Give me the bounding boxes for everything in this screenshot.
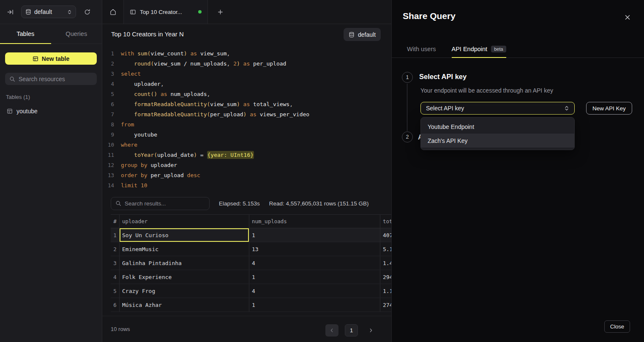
row-number: 1	[111, 228, 120, 242]
sql-editor[interactable]: 1234567891011121314 with sum(view_count)…	[102, 44, 391, 195]
tab-with-users[interactable]: With users	[407, 41, 436, 57]
prev-page-button[interactable]	[325, 324, 338, 337]
column-header[interactable]: uploader	[120, 215, 249, 228]
refresh-button[interactable]	[82, 7, 92, 17]
query-database-selector[interactable]: default	[344, 28, 381, 41]
uploader-cell[interactable]: Galinha Pintadinha	[120, 256, 249, 270]
query-window-icon	[130, 9, 136, 15]
tab-queries[interactable]: Queries	[51, 24, 102, 44]
row-number: 6	[111, 298, 120, 312]
num-uploads-cell[interactable]: 1	[249, 298, 380, 312]
search-resources-input[interactable]	[19, 76, 93, 82]
step-2-indicator: 2	[402, 131, 413, 142]
code-line[interactable]: order by per_upload desc	[121, 170, 309, 181]
new-table-button[interactable]: New table	[5, 52, 97, 65]
chevron-updown-icon	[564, 106, 569, 111]
refresh-icon	[84, 9, 90, 15]
num-uploads-cell[interactable]: 4	[249, 284, 380, 298]
column-header[interactable]: num_uploads	[249, 215, 380, 228]
editor-code: with sum(view_count) as view_sum, round(…	[121, 49, 309, 195]
column-header[interactable]: #	[111, 215, 120, 228]
beta-badge: beta	[491, 46, 506, 52]
num-uploads-cell[interactable]: 13	[249, 242, 380, 256]
new-api-key-button[interactable]: New API Key	[586, 102, 632, 115]
api-key-controls: Select API key New API Key	[420, 102, 632, 115]
search-icon	[115, 200, 121, 206]
table-name: youtube	[16, 108, 38, 115]
code-line[interactable]: round(view_sum / num_uploads, 2) as per_…	[121, 59, 309, 69]
line-number: 2	[102, 59, 114, 69]
code-line[interactable]: limit 10	[121, 181, 309, 191]
results-search	[111, 197, 210, 210]
line-number: 1	[102, 49, 114, 59]
new-table-label: New table	[42, 55, 69, 62]
database-selector[interactable]: default	[21, 5, 76, 18]
num-uploads-cell[interactable]: 1	[249, 270, 380, 284]
sidebar-tabs: Tables Queries	[0, 24, 102, 44]
step-1-indicator: 1	[402, 72, 413, 83]
pagination: 1	[325, 324, 377, 337]
chevron-right-icon	[368, 328, 374, 333]
api-key-option[interactable]: Zach's API Key	[421, 134, 574, 148]
collapse-panel-icon	[7, 8, 14, 16]
api-key-select[interactable]: Select API key	[420, 102, 575, 115]
line-number: 10	[102, 140, 114, 150]
api-key-menu: Youtube EndpointZach's API Key	[420, 117, 575, 150]
collapse-sidebar-button[interactable]	[5, 7, 15, 17]
sidebar: default Tables Queries New table	[0, 0, 102, 342]
api-key-option[interactable]: Youtube Endpoint	[421, 120, 574, 134]
code-line[interactable]: toYear(upload_date) = {year: UInt16}	[121, 150, 309, 160]
database-selector-value: default	[34, 8, 64, 15]
app-root: default Tables Queries New table	[0, 0, 644, 342]
close-button[interactable]: Close	[604, 320, 630, 333]
code-line[interactable]: from	[121, 120, 309, 130]
code-line[interactable]: select	[121, 69, 309, 79]
new-tab-button[interactable]	[211, 0, 229, 24]
table-grid-icon	[33, 56, 38, 62]
uploader-cell[interactable]: Folk Experience	[120, 270, 249, 284]
search-results-input[interactable]	[125, 200, 205, 207]
database-icon	[25, 9, 31, 15]
num-uploads-cell[interactable]: 1	[249, 228, 380, 242]
tab-with-users-label: With users	[407, 46, 436, 52]
editor-gutter: 1234567891011121314	[102, 49, 114, 195]
tab-api-endpoint[interactable]: API Endpoint beta	[452, 41, 506, 57]
chevron-left-icon	[329, 328, 335, 333]
tab-tables[interactable]: Tables	[0, 24, 51, 44]
num-uploads-cell[interactable]: 4	[249, 256, 380, 270]
code-line[interactable]: youtube	[121, 130, 309, 140]
code-line[interactable]: count() as num_uploads,	[121, 89, 309, 99]
line-number: 6	[102, 99, 114, 109]
code-line[interactable]: with sum(view_count) as view_sum,	[121, 49, 309, 59]
sidebar-table-youtube[interactable]: youtube	[5, 106, 97, 117]
line-number: 13	[102, 170, 114, 181]
database-icon	[349, 32, 355, 38]
uploader-cell[interactable]: Música Azhar	[120, 298, 249, 312]
home-button[interactable]	[102, 0, 123, 24]
code-line[interactable]: uploader,	[121, 79, 309, 89]
step-connector-line	[407, 84, 407, 131]
sidebar-topbar: default	[0, 0, 102, 24]
line-number: 7	[102, 109, 114, 120]
current-page-button[interactable]: 1	[345, 324, 358, 337]
code-line[interactable]: formatReadableQuantity(view_sum) as tota…	[121, 99, 309, 109]
line-number: 8	[102, 120, 114, 130]
uploader-cell[interactable]: Crazy Frog	[120, 284, 249, 298]
share-query-panel: Share Query With users API Endpoint beta…	[391, 0, 644, 342]
query-tab[interactable]: Top 10 Creator...	[123, 0, 208, 24]
code-line[interactable]: group by uploader	[121, 160, 309, 170]
uploader-cell[interactable]: EminemMusic	[120, 242, 249, 256]
close-panel-button[interactable]	[623, 13, 632, 22]
line-number: 11	[102, 150, 114, 160]
line-number: 5	[102, 89, 114, 99]
next-page-button[interactable]	[364, 324, 377, 337]
code-line[interactable]: formatReadableQuantity(per_upload) as vi…	[121, 109, 309, 120]
tab-api-endpoint-label: API Endpoint	[452, 46, 488, 52]
line-number: 14	[102, 181, 114, 191]
share-panel-tabs: With users API Endpoint beta	[392, 41, 644, 58]
read-stat: Read: 4,557,605,031 rows (151.15 GB)	[269, 200, 369, 207]
sidebar-body: New table Tables (1) youtube	[0, 44, 102, 125]
plus-icon	[217, 9, 224, 15]
code-line[interactable]: where	[121, 140, 309, 150]
uploader-cell[interactable]: Soy Un Curioso	[120, 228, 249, 242]
